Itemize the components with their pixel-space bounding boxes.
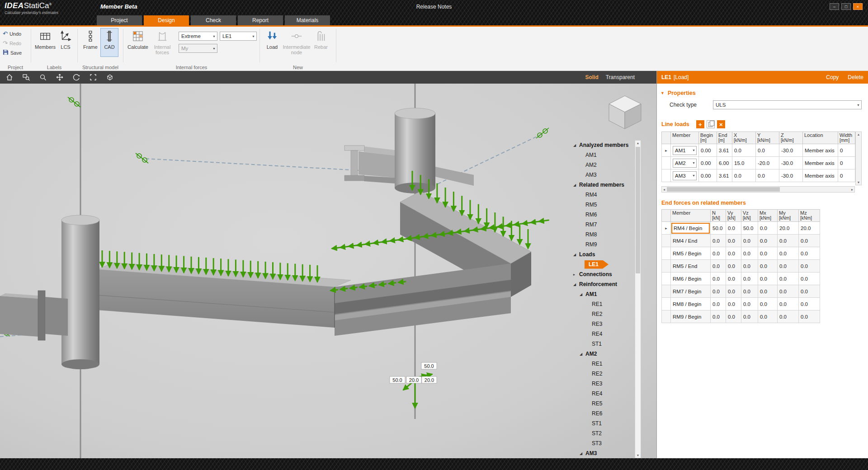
column-header[interactable]: My[kNm] [778, 210, 799, 222]
tree-item-am1[interactable]: ◢AM1 [571, 289, 634, 299]
value-cell[interactable]: 0.0 [778, 310, 799, 323]
row-selector[interactable] [662, 298, 671, 310]
tree-item-re1[interactable]: RE1 [571, 299, 634, 309]
tree-item-st2[interactable]: ST2 [571, 428, 634, 438]
column-header[interactable]: Z[kN/m] [779, 132, 803, 144]
value-cell[interactable]: 0 [838, 169, 855, 182]
line-loads-horizontal-scrollbar[interactable]: ◂ ▸ [661, 186, 855, 193]
column-header[interactable]: Location [803, 132, 838, 144]
scroll-down-icon[interactable]: ▼ [857, 181, 860, 184]
value-cell[interactable]: 0.0 [778, 298, 799, 310]
column-header[interactable]: Y[kN/m] [756, 132, 779, 144]
tree-item-re2[interactable]: RE2 [571, 369, 634, 379]
scroll-up-icon[interactable]: ▲ [857, 133, 860, 136]
zoom-fit-button[interactable] [88, 72, 98, 82]
value-cell[interactable]: 20.0 [799, 222, 820, 235]
table-row[interactable]: AM3▼0.003.610.00.0-30.0Member axis0 [662, 169, 855, 182]
tree-expand-icon[interactable]: ◢ [573, 183, 579, 187]
value-cell[interactable]: 0.0 [799, 310, 820, 323]
tree-item-st1[interactable]: ST1 [571, 339, 634, 349]
value-cell[interactable]: -30.0 [779, 144, 803, 157]
value-cell[interactable]: Member axis [803, 169, 838, 182]
scrollbar-thumb[interactable] [667, 187, 780, 192]
value-cell[interactable]: 3.61 [717, 169, 732, 182]
collapse-section-icon[interactable]: ▼ [660, 91, 665, 95]
value-cell[interactable]: 0.0 [726, 310, 741, 323]
tree-item-rm4[interactable]: RM4 [571, 190, 634, 200]
value-cell[interactable]: 0.00 [699, 144, 717, 157]
tree-item-st1[interactable]: ST1 [571, 418, 634, 428]
value-cell[interactable]: 0.0 [711, 260, 726, 273]
pan-button[interactable] [55, 72, 65, 82]
render-mode-button[interactable] [105, 72, 115, 82]
member-select[interactable]: AM1▼ [673, 146, 697, 155]
zoom-button[interactable] [38, 72, 48, 82]
value-cell[interactable]: 0.0 [758, 310, 778, 323]
scroll-up-icon[interactable]: ▲ [635, 141, 641, 145]
tree-item-rm6[interactable]: RM6 [571, 210, 634, 220]
rebar-button[interactable]: Rebar [311, 28, 330, 57]
column-header[interactable]: X[kN/m] [732, 132, 756, 144]
line-loads-vertical-scrollbar[interactable]: ▲ ▼ [855, 132, 862, 185]
zoom-window-button[interactable] [21, 72, 31, 82]
internal-forces-button[interactable]: Internal forces [150, 28, 175, 57]
value-cell[interactable]: -20.0 [756, 157, 779, 169]
value-cell[interactable]: 0 [838, 157, 855, 169]
value-cell[interactable]: 0.0 [741, 285, 758, 298]
load-button[interactable]: Load [263, 28, 282, 57]
row-selector[interactable]: ▸ [662, 222, 671, 235]
delete-line-load-button[interactable]: × [717, 120, 725, 128]
tree-item-reinforcement[interactable]: ◢Reinforcement [571, 279, 634, 289]
row-selector[interactable] [662, 285, 671, 298]
tree-expand-icon[interactable]: ◢ [573, 253, 579, 257]
value-cell[interactable]: 0.00 [699, 157, 717, 169]
value-cell[interactable]: 0.0 [711, 247, 726, 260]
table-row[interactable]: ▸AM1▼0.003.610.00.0-30.0Member axis0 [662, 144, 855, 157]
release-notes-link[interactable]: Release Notes [416, 4, 452, 10]
value-cell[interactable]: 0.0 [741, 298, 758, 310]
delete-button[interactable]: Delete [848, 74, 863, 80]
value-cell[interactable]: 0.0 [711, 298, 726, 310]
value-cell[interactable]: 0.0 [741, 273, 758, 285]
value-cell[interactable]: 0.0 [778, 260, 799, 273]
table-row[interactable]: RM4 / End0.00.00.00.00.00.0 [662, 235, 820, 247]
value-cell[interactable]: 0.0 [726, 285, 741, 298]
redo-button[interactable]: ↷Redo [3, 39, 21, 47]
value-cell[interactable]: 0.0 [799, 273, 820, 285]
table-row[interactable]: RM7 / Begin0.00.00.00.00.00.0 [662, 285, 820, 298]
tree-item-re2[interactable]: RE2 [571, 309, 634, 319]
tree-item-rm7[interactable]: RM7 [571, 220, 634, 230]
row-selector[interactable] [662, 157, 671, 169]
tree-item-am2[interactable]: ◢AM2 [571, 349, 634, 359]
tree-item-re3[interactable]: RE3 [571, 379, 634, 389]
table-row[interactable]: ▸RM4 / Begin50.00.050.00.020.020.0 [662, 222, 820, 235]
tree-item-related-members[interactable]: ◢Related members [571, 180, 634, 190]
tree-item-re4[interactable]: RE4 [571, 389, 634, 399]
table-row[interactable]: AM2▼0.006.0015.0-20.0-30.0Member axis0 [662, 157, 855, 169]
tree-expand-icon[interactable]: ◢ [573, 143, 579, 147]
member-cell[interactable]: RM6 / Begin [671, 273, 711, 285]
column-header[interactable]: Vy[kN] [726, 210, 741, 222]
member-cell[interactable]: RM7 / Begin [671, 285, 711, 298]
lcs-button[interactable]: LCS [57, 28, 75, 57]
value-cell[interactable]: 50.0 [741, 222, 758, 235]
tree-expand-icon[interactable]: ◢ [580, 352, 585, 356]
value-cell[interactable]: 0.0 [741, 247, 758, 260]
tree-item-loads[interactable]: ◢Loads [571, 249, 634, 259]
member-cell[interactable]: RM5 / End [671, 260, 711, 273]
my-select[interactable]: My▼ [179, 44, 217, 53]
value-cell[interactable]: 15.0 [732, 157, 756, 169]
close-button[interactable]: × [853, 3, 863, 10]
value-cell[interactable]: 0.0 [799, 235, 820, 247]
value-cell[interactable]: Member axis [803, 144, 838, 157]
transparent-mode-button[interactable]: Transparent [606, 74, 635, 80]
column-header[interactable]: Width[mm] [838, 132, 855, 144]
row-selector[interactable] [662, 247, 671, 260]
value-cell[interactable]: 0.0 [758, 298, 778, 310]
members-button[interactable]: Members [34, 28, 57, 57]
value-cell[interactable]: 0.0 [799, 298, 820, 310]
value-cell[interactable]: 0.0 [726, 273, 741, 285]
member-cell[interactable]: RM8 / Begin [671, 298, 711, 310]
value-cell[interactable]: 0 [838, 144, 855, 157]
column-header[interactable]: Mx[kNm] [758, 210, 778, 222]
